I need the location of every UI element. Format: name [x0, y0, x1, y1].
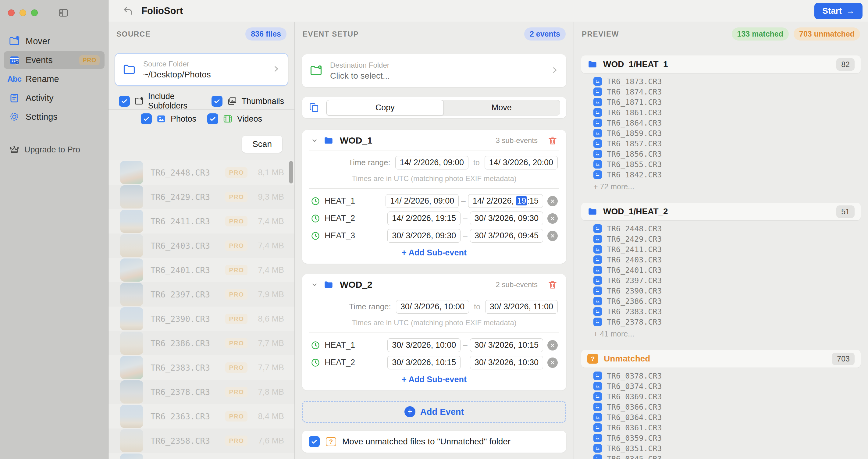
sub-event-end-input[interactable]: 30/ 3/2026, 09:45: [470, 229, 543, 243]
sub-event-start-input[interactable]: 14/ 2/2026, 09:00: [385, 194, 459, 208]
sub-event-end-input[interactable]: 30/ 3/2026, 10:30: [470, 356, 543, 369]
file-row[interactable]: TR6_2397.CR3PRO7,9 MB: [108, 282, 294, 307]
minimize-window-button[interactable]: [20, 9, 26, 16]
event-range-start-input[interactable]: 14/ 2/2026, 09:00: [395, 156, 468, 170]
preview-file-row[interactable]: TR6_2411.CR3: [574, 244, 868, 254]
file-row[interactable]: TR6_2411.CR3PRO7,4 MB: [108, 209, 294, 234]
sub-event-start-input[interactable]: 30/ 3/2026, 09:30: [388, 229, 461, 243]
photos-checkbox[interactable]: [141, 113, 152, 124]
preview-file-row[interactable]: TR6_2386.CR3: [574, 296, 868, 306]
preview-file-row[interactable]: TR6_0369.CR3: [574, 391, 868, 402]
start-button[interactable]: Start →: [814, 3, 863, 19]
sidebar-item-events[interactable]: EventsPRO: [4, 51, 104, 69]
sidebar-toggle-icon[interactable]: [57, 7, 70, 19]
file-row[interactable]: TR6_2401.CR3PRO7,4 MB: [108, 258, 294, 282]
more-files-link[interactable]: + 41 more...: [574, 327, 868, 341]
preview-file-row[interactable]: TR6_1874.CR3: [574, 87, 868, 97]
back-icon[interactable]: [122, 5, 134, 17]
preview-file-row[interactable]: TR6_2378.CR3: [574, 317, 868, 327]
file-row[interactable]: TR6_2358.CR3PRO7,6 MB: [108, 429, 294, 453]
sidebar-item-activity[interactable]: Activity: [4, 89, 104, 107]
file-row[interactable]: TR6_2403.CR3PRO7,4 MB: [108, 234, 294, 258]
upgrade-to-pro-button[interactable]: Upgrade to Pro: [0, 145, 108, 155]
move-segment[interactable]: Move: [443, 100, 560, 115]
preview-file-row[interactable]: TR6_1859.CR3: [574, 128, 868, 139]
preview-file-row[interactable]: TR6_0378.CR3: [574, 371, 868, 381]
more-files-link[interactable]: + 72 more...: [574, 180, 868, 194]
close-window-button[interactable]: [8, 9, 14, 16]
chevron-down-icon[interactable]: [311, 281, 318, 288]
copy-segment[interactable]: Copy: [327, 100, 444, 116]
remove-sub-event-button[interactable]: [547, 213, 558, 224]
preview-file-row[interactable]: TR6_2383.CR3: [574, 306, 868, 317]
destination-folder-field[interactable]: Destination Folder Click to select...: [302, 54, 566, 87]
file-row[interactable]: [108, 453, 294, 459]
preview-file-row[interactable]: TR6_1871.CR3: [574, 97, 868, 107]
add-sub-event-button[interactable]: + Add Sub-event: [311, 371, 558, 386]
preview-file-row[interactable]: TR6_2397.CR3: [574, 275, 868, 285]
thumbnails-checkbox[interactable]: [212, 96, 222, 107]
preview-group-header-unmatched[interactable]: ?Unmatched703: [581, 350, 861, 368]
file-row[interactable]: TR6_2390.CR3PRO8,6 MB: [108, 307, 294, 331]
preview-file-row[interactable]: TR6_0351.CR3: [574, 443, 868, 454]
file-row[interactable]: TR6_2386.CR3PRO7,7 MB: [108, 331, 294, 356]
trash-icon[interactable]: [547, 135, 558, 146]
move-unmatched-checkbox[interactable]: [309, 436, 320, 447]
preview-file-row[interactable]: TR6_0345.CR3: [574, 454, 868, 459]
photos-option[interactable]: Photos: [141, 113, 196, 124]
add-event-button[interactable]: + Add Event: [302, 401, 566, 423]
videos-checkbox[interactable]: [207, 113, 218, 124]
remove-sub-event-button[interactable]: [547, 340, 558, 350]
thumbnails-option[interactable]: Thumbnails: [212, 96, 284, 107]
event-range-end-input[interactable]: 30/ 3/2026, 11:00: [485, 300, 558, 314]
preview-file-row[interactable]: TR6_2403.CR3: [574, 254, 868, 265]
scrollbar-thumb[interactable]: [289, 161, 293, 183]
sub-event-start-input[interactable]: 30/ 3/2026, 10:15: [388, 356, 461, 369]
preview-group-header-wod-1-heat-2[interactable]: WOD_1/HEAT_251: [581, 203, 861, 220]
chevron-down-icon[interactable]: [311, 136, 318, 145]
file-row[interactable]: TR6_2448.CR3PRO8,1 MB: [108, 160, 294, 185]
include-subfolders-option[interactable]: ? Include Subfolders: [119, 92, 212, 111]
videos-option[interactable]: Videos: [207, 113, 262, 124]
preview-file-row[interactable]: TR6_0364.CR3: [574, 412, 868, 422]
preview-file-row[interactable]: TR6_2390.CR3: [574, 285, 868, 296]
preview-file-row[interactable]: TR6_2448.CR3: [574, 223, 868, 234]
event-range-start-input[interactable]: 30/ 3/2026, 10:00: [396, 300, 469, 314]
preview-file-row[interactable]: TR6_0361.CR3: [574, 422, 868, 433]
preview-file-row[interactable]: TR6_0359.CR3: [574, 433, 868, 443]
file-row[interactable]: TR6_2383.CR3PRO7,7 MB: [108, 356, 294, 380]
preview-file-row[interactable]: TR6_2429.CR3: [574, 234, 868, 244]
preview-file-row[interactable]: TR6_1855.CR3: [574, 159, 868, 170]
scan-button[interactable]: Scan: [242, 135, 282, 153]
preview-file-row[interactable]: TR6_0366.CR3: [574, 402, 868, 412]
preview-file-row[interactable]: TR6_1873.CR3: [574, 76, 868, 87]
trash-icon[interactable]: [547, 279, 558, 290]
preview-file-row[interactable]: TR6_1864.CR3: [574, 118, 868, 128]
event-range-end-input[interactable]: 14/ 3/2026, 20:00: [485, 156, 558, 170]
include-subfolders-checkbox[interactable]: [119, 96, 130, 107]
preview-group-header-wod-1-heat-1[interactable]: WOD_1/HEAT_182: [581, 56, 861, 73]
sub-event-start-input[interactable]: 14/ 2/2026, 19:15: [388, 212, 461, 225]
preview-file-row[interactable]: TR6_0374.CR3: [574, 381, 868, 391]
sub-event-end-input[interactable]: 14/ 2/2026, 19:15: [468, 194, 543, 208]
add-sub-event-button[interactable]: + Add Sub-event: [311, 244, 558, 259]
sidebar-item-rename[interactable]: AbcRename: [4, 70, 104, 88]
preview-file-row[interactable]: TR6_1861.CR3: [574, 107, 868, 118]
remove-sub-event-button[interactable]: [547, 231, 558, 241]
sub-event-start-input[interactable]: 30/ 3/2026, 10:00: [388, 338, 461, 352]
sub-event-end-input[interactable]: 30/ 3/2026, 09:30: [470, 212, 543, 225]
file-row[interactable]: TR6_2378.CR3PRO7,8 MB: [108, 380, 294, 404]
sidebar-item-mover[interactable]: Mover: [4, 32, 104, 50]
file-row[interactable]: TR6_2363.CR3PRO8,4 MB: [108, 404, 294, 429]
move-unmatched-option[interactable]: ? Move unmatched files to "Unmatched" fo…: [302, 431, 566, 453]
preview-file-row[interactable]: TR6_1856.CR3: [574, 149, 868, 159]
preview-file-row[interactable]: TR6_2401.CR3: [574, 265, 868, 275]
preview-file-row[interactable]: TR6_1857.CR3: [574, 139, 868, 149]
sub-event-end-input[interactable]: 30/ 3/2026, 10:15: [470, 338, 543, 352]
remove-sub-event-button[interactable]: [547, 196, 558, 206]
file-row[interactable]: TR6_2429.CR3PRO9,3 MB: [108, 185, 294, 209]
sidebar-item-settings[interactable]: Settings: [4, 108, 104, 126]
remove-sub-event-button[interactable]: [547, 358, 558, 368]
source-folder-field[interactable]: Source Folder ~/Desktop/Photos: [115, 53, 288, 86]
zoom-window-button[interactable]: [31, 9, 38, 16]
